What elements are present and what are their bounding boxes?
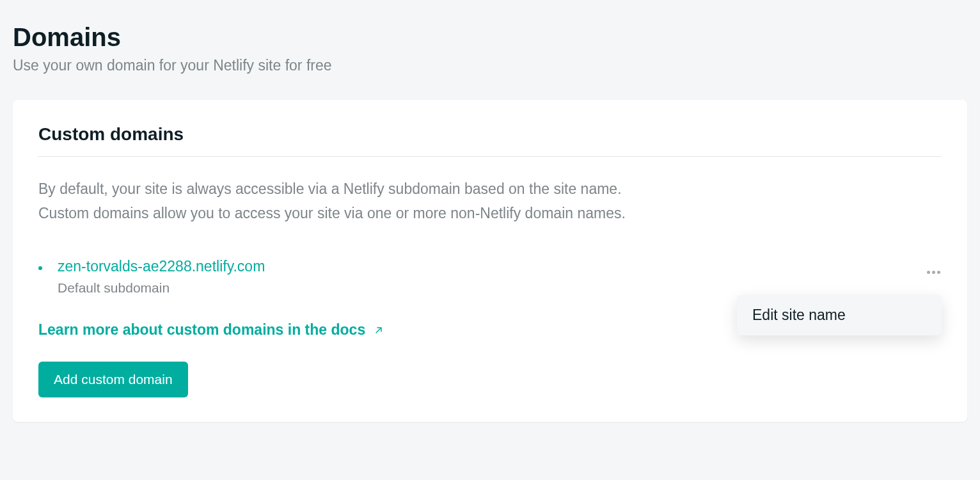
external-link-icon [374, 321, 383, 339]
domain-row: zen-torvalds-ae2288.netlify.com Default … [38, 258, 942, 296]
learn-more-text: Learn more about custom domains in the d… [38, 321, 365, 339]
description-line-1: By default, your site is always accessib… [38, 177, 942, 202]
domain-sublabel: Default subdomain [58, 280, 265, 296]
custom-domains-card: Custom domains By default, your site is … [13, 100, 967, 422]
dots-icon [932, 271, 935, 274]
more-options-button[interactable] [922, 266, 945, 279]
domain-text: zen-torvalds-ae2288.netlify.com Default … [58, 258, 265, 296]
page-subtitle: Use your own domain for your Netlify sit… [13, 57, 967, 74]
domain-link[interactable]: zen-torvalds-ae2288.netlify.com [58, 258, 265, 275]
domain-info: zen-torvalds-ae2288.netlify.com Default … [38, 258, 265, 296]
divider [38, 156, 942, 157]
bullet-icon [38, 266, 42, 270]
dropdown-menu: Edit site name [737, 295, 942, 335]
add-custom-domain-button[interactable]: Add custom domain [38, 362, 188, 397]
page-title: Domains [13, 23, 967, 52]
page-header: Domains Use your own domain for your Net… [13, 23, 967, 74]
description-line-2: Custom domains allow you to access your … [38, 202, 942, 226]
dots-icon [937, 271, 940, 274]
dots-icon [927, 271, 930, 274]
card-title: Custom domains [38, 124, 942, 145]
edit-site-name-item[interactable]: Edit site name [752, 307, 926, 324]
card-description: By default, your site is always accessib… [38, 177, 942, 226]
learn-more-link[interactable]: Learn more about custom domains in the d… [38, 321, 383, 339]
